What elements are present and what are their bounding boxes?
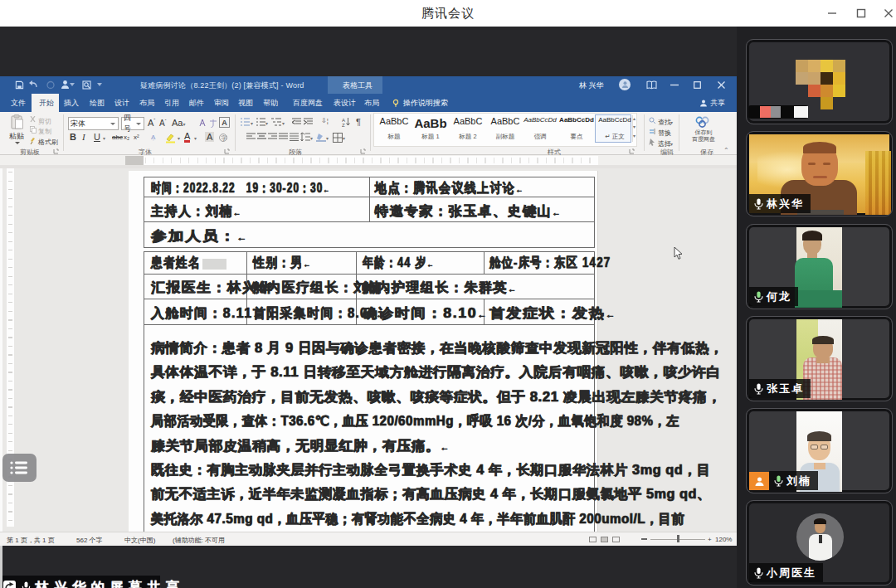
svg-text:字: 字	[222, 135, 227, 141]
svg-text:Z: Z	[342, 123, 345, 127]
